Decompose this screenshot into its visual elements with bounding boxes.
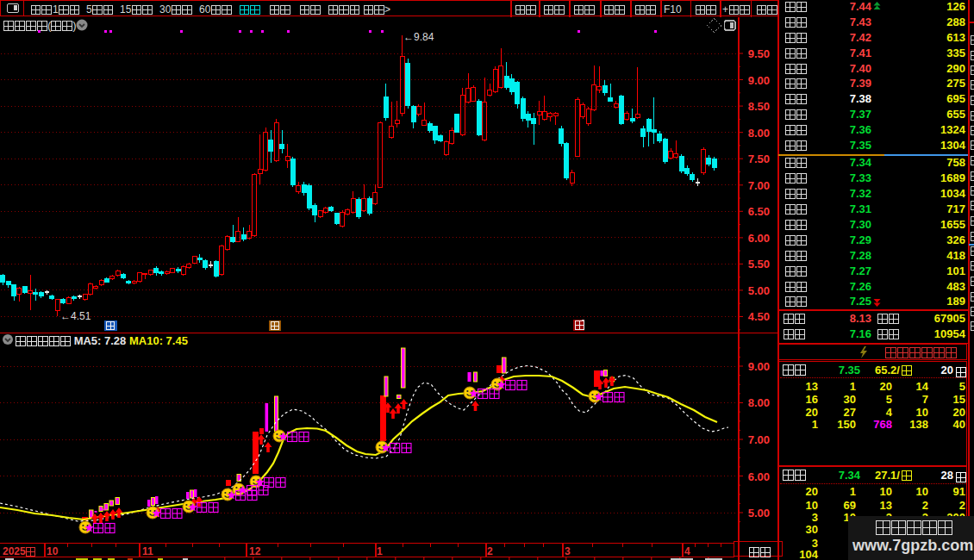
- svg-text:←4.51: ←4.51: [60, 310, 91, 322]
- svg-text:←9.84: ←9.84: [403, 31, 434, 43]
